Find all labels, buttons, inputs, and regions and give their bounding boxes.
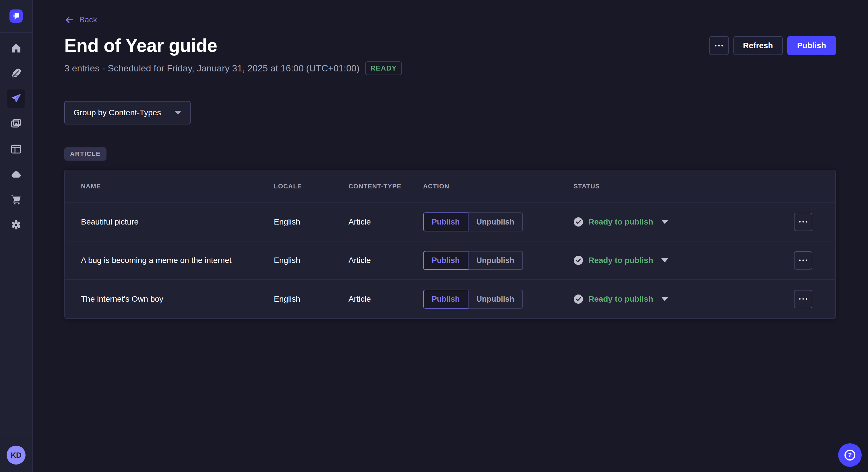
- entry-name: Beautiful picture: [81, 217, 274, 227]
- check-circle-icon: [574, 256, 583, 265]
- pictures-icon: [10, 118, 22, 130]
- chevron-down-icon: [175, 111, 181, 115]
- cloud-icon: [10, 168, 22, 180]
- check-circle-icon: [574, 217, 583, 227]
- column-header-action: ACTION: [423, 183, 574, 190]
- sidebar: KD: [0, 0, 33, 472]
- ellipsis-icon: •••: [798, 258, 809, 263]
- ellipsis-icon: •••: [798, 297, 809, 302]
- sidebar-item-home[interactable]: [7, 39, 25, 57]
- sidebar-footer: KD: [0, 439, 32, 472]
- cart-icon: [10, 194, 22, 206]
- entry-name: A bug is becoming a meme on the internet: [81, 256, 274, 265]
- sidebar-item-content-type-builder[interactable]: [7, 140, 25, 158]
- main-content: Back End of Year guide ••• Refresh Publi…: [33, 0, 868, 319]
- release-meta: 3 entries - Scheduled for Friday, Januar…: [64, 61, 836, 75]
- question-mark-icon: ?: [844, 450, 856, 461]
- entry-locale: English: [274, 256, 348, 265]
- gear-icon: [10, 219, 22, 231]
- status-label: Ready to publish: [588, 217, 653, 227]
- feather-icon: [10, 67, 22, 79]
- strapi-logo-icon[interactable]: [9, 9, 23, 23]
- status-label: Ready to publish: [588, 295, 653, 304]
- column-header-name: NAME: [81, 183, 274, 190]
- group-by-select[interactable]: Group by Content-Types: [64, 101, 191, 125]
- entries-table: NAME LOCALE CONTENT-TYPE ACTION STATUS B…: [64, 170, 836, 319]
- chevron-down-icon: [661, 220, 668, 224]
- row-publish-button[interactable]: Publish: [423, 251, 468, 270]
- sidebar-nav: [7, 33, 25, 234]
- action-toggle: Publish Unpublish: [423, 290, 574, 308]
- header-actions: ••• Refresh Publish: [709, 36, 836, 55]
- entry-locale: English: [274, 295, 348, 304]
- back-link[interactable]: Back: [64, 15, 97, 25]
- row-publish-button[interactable]: Publish: [423, 290, 468, 308]
- user-avatar[interactable]: KD: [7, 446, 26, 465]
- row-unpublish-button[interactable]: Unpublish: [468, 290, 523, 308]
- row-publish-button[interactable]: Publish: [423, 212, 468, 231]
- home-icon: [10, 42, 22, 54]
- row-more-button[interactable]: •••: [794, 251, 812, 270]
- back-label: Back: [79, 15, 97, 24]
- entry-content-type: Article: [348, 295, 423, 304]
- status-badge: READY: [365, 61, 402, 75]
- sidebar-item-media-library[interactable]: [7, 115, 25, 133]
- column-header-content-type: CONTENT-TYPE: [348, 183, 423, 190]
- paper-plane-icon: [10, 93, 22, 105]
- row-unpublish-button[interactable]: Unpublish: [468, 212, 523, 231]
- publish-button[interactable]: Publish: [787, 36, 836, 55]
- table-header-row: NAME LOCALE CONTENT-TYPE ACTION STATUS: [65, 170, 835, 203]
- back-arrow-icon: [64, 15, 74, 25]
- action-toggle: Publish Unpublish: [423, 212, 574, 231]
- release-more-button[interactable]: •••: [709, 36, 729, 55]
- ellipsis-icon: •••: [713, 43, 724, 48]
- entry-status[interactable]: Ready to publish: [574, 294, 794, 304]
- sidebar-item-settings[interactable]: [7, 216, 25, 234]
- page-header: End of Year guide ••• Refresh Publish: [64, 35, 836, 56]
- help-button[interactable]: ?: [838, 443, 862, 467]
- entry-name: The internet's Own boy: [81, 295, 274, 304]
- column-header-status: STATUS: [574, 183, 794, 190]
- entry-content-type: Article: [348, 256, 423, 265]
- sidebar-item-marketplace[interactable]: [7, 191, 25, 209]
- table-row: A bug is becoming a meme on the internet…: [65, 241, 835, 280]
- row-more-button[interactable]: •••: [794, 290, 812, 308]
- sidebar-item-releases[interactable]: [7, 90, 25, 108]
- sidebar-item-content[interactable]: [7, 64, 25, 82]
- logo-section: [0, 0, 32, 33]
- action-toggle: Publish Unpublish: [423, 251, 574, 270]
- table-row: Beautiful picture English Article Publis…: [65, 203, 835, 241]
- entry-content-type: Article: [348, 217, 423, 227]
- ellipsis-icon: •••: [798, 220, 809, 225]
- release-subtitle: 3 entries - Scheduled for Friday, Januar…: [64, 63, 360, 74]
- table-row: The internet's Own boy English Article P…: [65, 280, 835, 318]
- row-more-button[interactable]: •••: [794, 213, 812, 231]
- entry-status[interactable]: Ready to publish: [574, 217, 794, 227]
- row-unpublish-button[interactable]: Unpublish: [468, 251, 523, 270]
- entry-status[interactable]: Ready to publish: [574, 256, 794, 265]
- sidebar-item-deploy[interactable]: [7, 165, 25, 183]
- entry-locale: English: [274, 217, 348, 227]
- strapi-logo-glyph: [9, 9, 23, 23]
- page-title: End of Year guide: [64, 35, 217, 56]
- group-by-label: Group by Content-Types: [73, 108, 161, 117]
- layout-icon: [10, 143, 22, 155]
- status-label: Ready to publish: [588, 256, 653, 265]
- chevron-down-icon: [661, 297, 668, 301]
- chevron-down-icon: [661, 258, 668, 262]
- column-header-locale: LOCALE: [274, 183, 348, 190]
- refresh-button[interactable]: Refresh: [733, 36, 783, 55]
- content-type-tag: ARTICLE: [64, 147, 106, 161]
- check-circle-icon: [574, 294, 583, 304]
